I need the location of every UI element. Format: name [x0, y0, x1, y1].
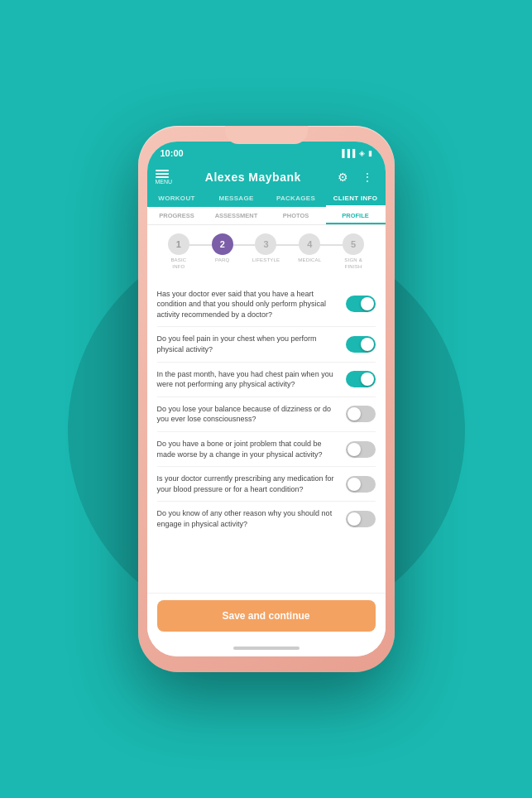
status-bar: 10:00 ▐▐▐ ◈ ▮: [147, 142, 386, 165]
settings-icon[interactable]: ⚙: [333, 168, 352, 186]
step-label-3: LIFESTYLE: [252, 257, 280, 264]
battery-icon: ▮: [368, 149, 372, 157]
sub-tabs: PROGRESS ASSESSMENT PHOTOS PROFILE: [147, 207, 386, 225]
question-row-1: Has your doctor ever said that you have …: [157, 282, 376, 328]
step-circle-2: 2: [212, 233, 233, 255]
signal-icon: ▐▐▐: [339, 149, 355, 157]
phone-shell: 10:00 ▐▐▐ ◈ ▮ MENU Alexes Maybank ⚙: [138, 126, 395, 672]
wifi-icon: ◈: [359, 149, 365, 157]
step-2[interactable]: 2 PARQ: [200, 233, 244, 264]
question-text-4: Do you lose your balance because of dizz…: [157, 404, 339, 425]
step-circle-4: 4: [299, 233, 320, 255]
step-5[interactable]: 5 SIGN &FINISH: [332, 233, 376, 271]
nav-title: Alexes Maybank: [205, 171, 301, 184]
toggle-6[interactable]: [346, 476, 376, 493]
question-row-6: Is your doctor currently prescribing any…: [157, 467, 376, 502]
toggle-3[interactable]: [346, 371, 376, 387]
question-row-5: Do you have a bone or joint problem that…: [157, 432, 376, 467]
step-label-4: MEDICAL: [298, 257, 321, 264]
question-row-2: Do you feel pain in your chest when you …: [157, 327, 376, 362]
save-btn-container: Save and continue: [147, 593, 386, 642]
subtab-progress[interactable]: PROGRESS: [147, 207, 207, 224]
nav-actions: ⚙ ⋮: [333, 168, 376, 186]
subtab-photos[interactable]: PHOTOS: [266, 207, 326, 224]
question-text-5: Do you have a bone or joint problem that…: [157, 439, 339, 459]
toggle-7[interactable]: [346, 511, 376, 527]
question-text-3: In the past month, have you had chest pa…: [157, 369, 339, 390]
save-continue-button[interactable]: Save and continue: [157, 600, 376, 632]
top-nav: MENU Alexes Maybank ⚙ ⋮: [147, 165, 386, 191]
home-bar: [233, 647, 300, 650]
toggle-1[interactable]: [346, 296, 376, 312]
tab-packages[interactable]: PACKAGES: [266, 191, 326, 207]
subtab-assessment[interactable]: ASSESSMENT: [207, 207, 266, 224]
step-1[interactable]: 1 BASICINFO: [157, 233, 201, 271]
questions-area: Has your doctor ever said that you have …: [147, 276, 386, 593]
step-circle-5: 5: [343, 233, 364, 255]
question-text-2: Do you feel pain in your chest when you …: [157, 334, 339, 354]
tab-message[interactable]: MESSAGE: [207, 191, 266, 207]
main-tabs: WORKOUT MESSAGE PACKAGES CLIENT INFO: [147, 191, 386, 207]
status-icons: ▐▐▐ ◈ ▮: [339, 149, 371, 157]
question-row-7: Do you know of any other reason why you …: [157, 502, 376, 536]
phone-notch: [225, 126, 308, 144]
step-circle-1: 1: [168, 233, 189, 255]
toggle-2[interactable]: [346, 336, 376, 353]
tab-workout[interactable]: WORKOUT: [147, 191, 207, 207]
step-label-5: SIGN &FINISH: [344, 257, 362, 271]
menu-button[interactable]: MENU: [156, 170, 173, 185]
question-text-6: Is your doctor currently prescribing any…: [157, 474, 339, 494]
home-indicator: [147, 642, 386, 656]
tab-client-info[interactable]: CLIENT INFO: [326, 191, 386, 207]
step-label-1: BASICINFO: [170, 257, 186, 271]
step-circle-3: 3: [255, 233, 276, 255]
question-row-4: Do you lose your balance because of dizz…: [157, 397, 376, 432]
phone-screen: 10:00 ▐▐▐ ◈ ▮ MENU Alexes Maybank ⚙: [147, 142, 386, 656]
question-text-1: Has your doctor ever said that you have …: [157, 289, 339, 320]
step-label-2: PARQ: [215, 257, 229, 264]
more-icon[interactable]: ⋮: [358, 168, 376, 186]
status-time: 10:00: [161, 148, 184, 158]
step-indicator: 1 BASICINFO 2 PARQ 3 LIFESTYLE: [147, 225, 386, 276]
step-4[interactable]: 4 MEDICAL: [288, 233, 332, 264]
toggle-4[interactable]: [346, 406, 376, 422]
question-row-3: In the past month, have you had chest pa…: [157, 363, 376, 397]
step-3[interactable]: 3 LIFESTYLE: [244, 233, 288, 264]
question-text-7: Do you know of any other reason why you …: [157, 508, 339, 529]
subtab-profile[interactable]: PROFILE: [326, 207, 386, 224]
toggle-5[interactable]: [346, 441, 376, 458]
